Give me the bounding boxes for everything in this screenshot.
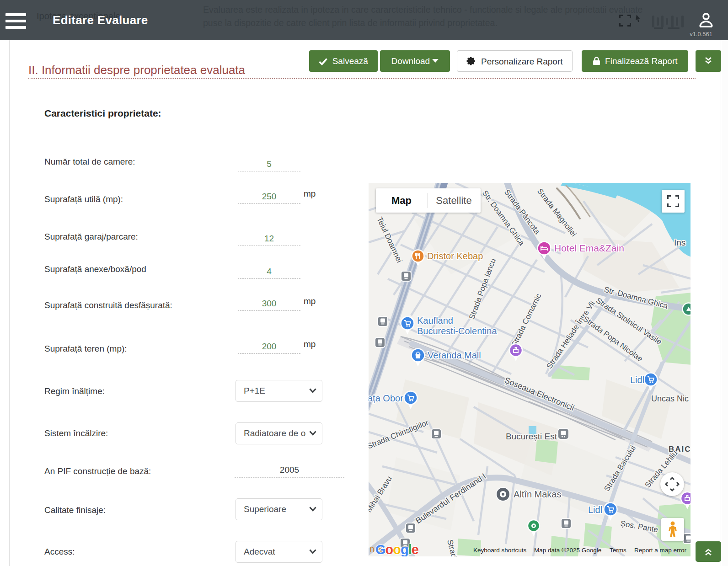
svg-text:ața Obor: ața Obor xyxy=(369,393,403,403)
svg-text:Altîn Makas: Altîn Makas xyxy=(514,489,561,499)
svg-text:Uncas Nic: Uncas Nic xyxy=(651,394,689,403)
svg-text:București Est: București Est xyxy=(506,432,557,441)
svg-text:Lidl: Lidl xyxy=(588,505,602,515)
svg-text:Dristor Kebap: Dristor Kebap xyxy=(427,251,483,261)
svg-text:Veranda Mall: Veranda Mall xyxy=(428,350,481,360)
svg-text:Kaufland: Kaufland xyxy=(417,315,453,326)
svg-text:Ins: Ins xyxy=(674,238,685,247)
svg-text:Lidl: Lidl xyxy=(630,375,644,385)
svg-text:Bucuresti-Colentina: Bucuresti-Colentina xyxy=(417,326,497,336)
svg-text:Hotel Ema&Zain: Hotel Ema&Zain xyxy=(554,243,624,253)
